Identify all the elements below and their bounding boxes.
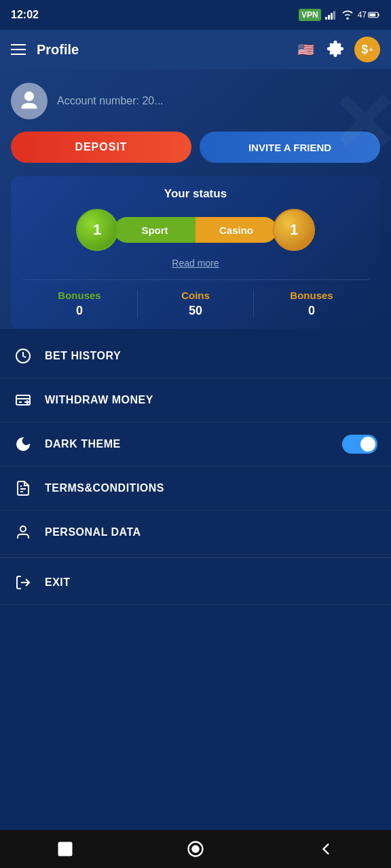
stat-bonuses-casino: Bonuses 0 [253,290,369,318]
bottom-nav [0,830,391,868]
personal-data-icon [14,523,33,542]
menu-item-personal-data[interactable]: PERSONAL DATA [0,511,391,555]
header-actions: 🇺🇸 $+ [295,37,380,62]
menu-item-terms[interactable]: TERMS&CONDITIONS [0,467,391,511]
status-time: 12:02 [11,9,39,21]
status-title: Your status [22,187,369,201]
terms-label: TERMS&CONDITIONS [45,482,377,494]
profile-info: Account number: 20... [11,83,380,119]
coins-value: 50 [138,304,253,318]
exit-icon [14,573,33,592]
svg-point-17 [191,845,200,853]
status-widget: Your status 1 Sport Casino 1 Read more B… [11,176,380,329]
sport-label: Sport [114,217,196,243]
hamburger-menu[interactable] [11,44,26,55]
dark-theme-icon [14,435,33,454]
bet-history-label: BET HISTORY [45,350,377,362]
action-buttons: DEPOSIT INVITE A FRIEND [11,132,380,163]
menu-divider [0,557,391,558]
status-track: 1 Sport Casino 1 [22,209,369,251]
svg-point-13 [20,526,26,532]
account-number: Account number: 20... [57,95,164,107]
withdraw-icon [14,391,33,410]
invite-button[interactable]: INVITE A FRIEND [200,132,380,163]
dark-theme-toggle[interactable] [342,435,377,454]
bonuses-left-label: Bonuses [22,290,137,301]
svg-rect-15 [58,842,73,856]
stat-bonuses-sport: Bonuses 0 [22,290,137,318]
header: Profile 🇺🇸 $+ [0,30,391,69]
status-bar: 12:02 VPN 47 [0,0,391,30]
settings-button[interactable] [324,39,346,60]
svg-rect-1 [328,15,330,20]
bonuses-right-label: Bonuses [254,290,369,301]
menu-item-bet-history[interactable]: BET HISTORY [0,334,391,378]
terms-icon [14,479,33,498]
svg-rect-3 [333,11,335,20]
withdraw-label: WITHDRAW MONEY [45,394,377,406]
currency-flag[interactable]: 🇺🇸 [295,39,316,60]
bonuses-right-value: 0 [254,304,369,318]
dark-theme-label: DARK THEME [45,438,342,450]
svg-rect-2 [331,13,333,20]
vpn-badge: VPN [299,9,321,21]
menu-item-dark-theme[interactable]: DARK THEME [0,422,391,467]
personal-data-label: PERSONAL DATA [45,526,377,538]
avatar [11,83,48,119]
signal-icon [325,10,337,20]
svg-rect-0 [325,17,327,20]
bonuses-left-value: 0 [22,304,137,318]
stat-coins: Coins 50 [137,290,253,318]
menu-section: BET HISTORY WITHDRAW MONEY DARK THEME [0,329,391,610]
status-pill: Sport Casino [114,217,277,243]
profile-section: ✕ Account number: 20... DEPOSIT INVITE A… [0,69,391,329]
battery-icon: 47 [358,10,380,20]
svg-rect-5 [369,14,375,17]
deposit-button[interactable]: DEPOSIT [11,132,191,163]
status-icons: VPN 47 [299,9,380,21]
bet-history-icon [14,347,33,366]
read-more-link[interactable]: Read more [22,258,369,269]
nav-back-button[interactable] [314,837,338,861]
stats-row: Bonuses 0 Coins 50 Bonuses 0 [22,279,369,318]
coins-label: Coins [138,290,253,301]
wifi-icon [341,10,354,20]
menu-item-exit[interactable]: EXIT [0,561,391,605]
casino-label: Casino [196,217,277,243]
menu-item-withdraw[interactable]: WITHDRAW MONEY [0,378,391,422]
wallet-button[interactable]: $+ [354,37,380,62]
nav-home-button[interactable] [183,837,208,861]
sport-level-ball: 1 [76,209,118,251]
exit-label: EXIT [45,576,377,589]
casino-level-ball: 1 [273,209,315,251]
nav-square-button[interactable] [53,837,77,861]
page-title: Profile [37,42,295,58]
